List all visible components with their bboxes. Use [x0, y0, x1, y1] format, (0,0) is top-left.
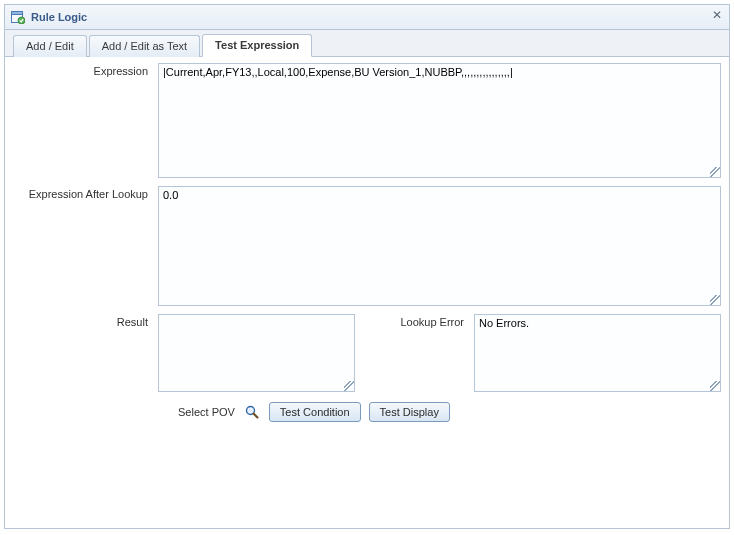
tab-body-test-expression: Expression Expression After Lookup Resul…: [13, 63, 721, 520]
expression-label: Expression: [13, 63, 158, 178]
rule-logic-dialog: Rule Logic ✕ Add / Edit Add / Edit as Te…: [4, 4, 730, 529]
action-row: Select POV Test Condition Test Display: [13, 402, 721, 422]
dialog-title: Rule Logic: [31, 11, 87, 23]
test-condition-button[interactable]: Test Condition: [269, 402, 361, 422]
svg-rect-1: [12, 12, 23, 15]
dialog-header: Rule Logic ✕: [5, 5, 729, 30]
lookup-error-textarea[interactable]: [474, 314, 721, 392]
expression-after-lookup-textarea[interactable]: [158, 186, 721, 306]
svg-line-4: [253, 414, 257, 418]
expression-after-lookup-label: Expression After Lookup: [13, 186, 158, 306]
result-textarea[interactable]: [158, 314, 355, 392]
tab-strip: Add / Edit Add / Edit as Text Test Expre…: [5, 30, 729, 57]
test-display-button[interactable]: Test Display: [369, 402, 450, 422]
close-icon[interactable]: ✕: [711, 9, 723, 21]
search-icon[interactable]: [243, 403, 261, 421]
expression-textarea[interactable]: [158, 63, 721, 178]
result-label: Result: [13, 314, 158, 392]
tab-add-edit-as-text[interactable]: Add / Edit as Text: [89, 35, 200, 57]
tab-test-expression[interactable]: Test Expression: [202, 34, 312, 57]
lookup-error-label: Lookup Error: [379, 314, 474, 392]
dialog-icon: [11, 10, 25, 24]
tab-add-edit[interactable]: Add / Edit: [13, 35, 87, 57]
select-pov-label: Select POV: [178, 406, 235, 418]
